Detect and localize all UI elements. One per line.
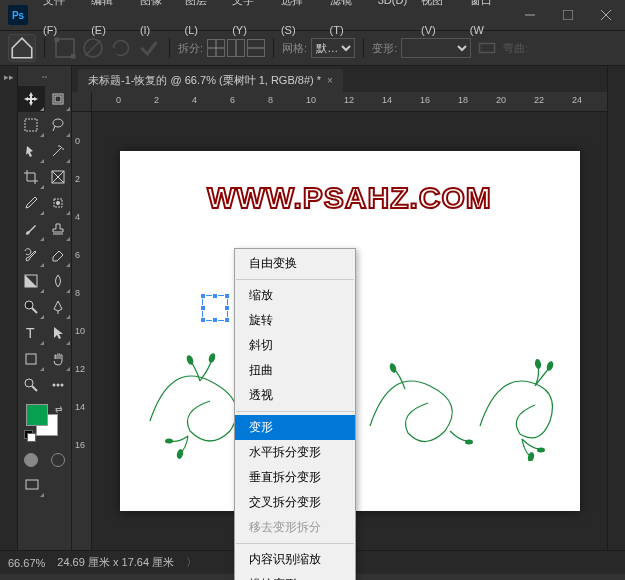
svg-rect-15 (55, 96, 61, 102)
svg-point-31 (56, 384, 59, 387)
color-swatches[interactable]: ⇄ (22, 404, 67, 444)
ctx-free-transform[interactable]: 自由变换 (235, 251, 355, 276)
svg-point-28 (25, 379, 33, 387)
right-collapse[interactable] (607, 66, 625, 550)
split-grid-icon[interactable] (207, 39, 225, 57)
ruler-horizontal[interactable]: 024681012141618202224 (92, 92, 607, 111)
svg-rect-27 (26, 354, 36, 364)
svg-line-8 (86, 41, 101, 56)
tab-close-icon[interactable]: × (327, 75, 333, 86)
app-logo: Ps (8, 5, 28, 25)
ctx-distort[interactable]: 扭曲 (235, 358, 355, 383)
svg-rect-1 (563, 10, 573, 20)
ctx-warp[interactable]: 变形 (235, 415, 355, 440)
hand-tool[interactable] (45, 346, 72, 372)
ctx-scale[interactable]: 缩放 (235, 283, 355, 308)
ctx-content-aware-scale[interactable]: 内容识别缩放 (235, 547, 355, 572)
swap-colors-icon[interactable]: ⇄ (55, 404, 63, 414)
svg-rect-16 (25, 119, 37, 131)
svg-point-34 (185, 354, 194, 365)
home-icon[interactable] (8, 34, 36, 62)
gradient-tool[interactable] (18, 268, 45, 294)
svg-line-25 (32, 308, 37, 313)
dodge-tool[interactable] (18, 294, 45, 320)
minimize-button[interactable] (511, 0, 549, 30)
ctx-perspective[interactable]: 透视 (235, 383, 355, 408)
grid-label: 网格: (282, 41, 307, 56)
ctx-vsplit[interactable]: 垂直拆分变形 (235, 465, 355, 490)
svg-point-39 (534, 359, 542, 370)
marquee-tool[interactable] (18, 112, 45, 138)
stamp-tool[interactable] (45, 216, 72, 242)
ruler-vertical[interactable]: 0246810121416 (72, 112, 92, 550)
ctx-rotate[interactable]: 旋转 (235, 308, 355, 333)
left-collapse[interactable]: ▸▸ (0, 66, 18, 550)
svg-point-17 (53, 119, 63, 127)
svg-rect-33 (26, 480, 38, 489)
svg-point-32 (60, 384, 63, 387)
ctx-skew[interactable]: 斜切 (235, 333, 355, 358)
move-tool[interactable] (18, 86, 45, 112)
healing-tool[interactable] (45, 190, 72, 216)
svg-line-29 (32, 386, 37, 391)
svg-rect-13 (480, 44, 495, 53)
lasso-tool[interactable] (45, 112, 72, 138)
svg-point-30 (52, 384, 55, 387)
standard-mode-icon[interactable] (18, 450, 45, 470)
ctx-hsplit[interactable]: 水平拆分变形 (235, 440, 355, 465)
warp-label: 变形: (372, 41, 397, 56)
status-chevron-icon[interactable]: 〉 (186, 555, 197, 570)
ctx-remove-split: 移去变形拆分 (235, 515, 355, 540)
split-label: 拆分: (178, 41, 203, 56)
blur-tool[interactable] (45, 268, 72, 294)
eraser-tool[interactable] (45, 242, 72, 268)
quick-select-tool[interactable] (18, 138, 45, 164)
history-brush-tool[interactable] (18, 242, 45, 268)
ctx-puppet-warp[interactable]: 操控变形 (235, 572, 355, 580)
warp-select[interactable] (401, 38, 471, 58)
eyedropper-tool[interactable] (18, 190, 45, 216)
svg-point-24 (25, 301, 33, 309)
quickmask-mode-icon[interactable] (45, 450, 72, 470)
split-v-icon[interactable] (227, 39, 245, 57)
transform-ref-icon[interactable] (53, 36, 77, 60)
ctx-csplit[interactable]: 交叉拆分变形 (235, 490, 355, 515)
svg-point-45 (465, 440, 473, 445)
close-button[interactable] (587, 0, 625, 30)
warp-orient-icon[interactable] (475, 36, 499, 60)
foreground-swatch[interactable] (26, 404, 48, 426)
commit-icon[interactable] (137, 36, 161, 60)
svg-point-22 (56, 201, 60, 205)
reset-icon[interactable] (109, 36, 133, 60)
pen-tool[interactable] (45, 294, 72, 320)
grid-select[interactable]: 默… (311, 38, 355, 58)
svg-point-41 (526, 451, 534, 461)
toolbox: •• (18, 66, 72, 550)
brush-tool[interactable] (18, 216, 45, 242)
zoom-level[interactable]: 66.67% (8, 557, 45, 569)
screenmode-tool[interactable] (18, 472, 45, 498)
svg-text:T: T (26, 325, 35, 341)
svg-point-36 (165, 439, 173, 444)
svg-rect-6 (71, 54, 76, 59)
document-tabs: 未标题-1-恢复的 @ 66.7% (栗树叶 1, RGB/8#) * × (72, 66, 607, 92)
default-colors-icon[interactable] (24, 430, 36, 442)
maximize-button[interactable] (549, 0, 587, 30)
document-tab[interactable]: 未标题-1-恢复的 @ 66.7% (栗树叶 1, RGB/8#) * × (78, 69, 343, 92)
frame-tool[interactable] (45, 164, 72, 190)
svg-point-35 (207, 352, 216, 363)
svg-point-40 (537, 448, 545, 453)
path-select-tool[interactable] (45, 320, 72, 346)
artboard-tool[interactable] (45, 86, 72, 112)
watermark-text: WWW.PSAHZ.COM (207, 181, 492, 215)
transform-box[interactable] (202, 295, 228, 321)
shape-tool[interactable] (18, 346, 45, 372)
curve-label: 弯曲: (503, 41, 528, 56)
split-h-icon[interactable] (247, 39, 265, 57)
magic-wand-tool[interactable] (45, 138, 72, 164)
crop-tool[interactable] (18, 164, 45, 190)
cancel-icon[interactable] (81, 36, 105, 60)
zoom-tool[interactable] (18, 372, 45, 398)
type-tool[interactable]: T (18, 320, 45, 346)
edit-toolbar[interactable] (45, 372, 72, 398)
